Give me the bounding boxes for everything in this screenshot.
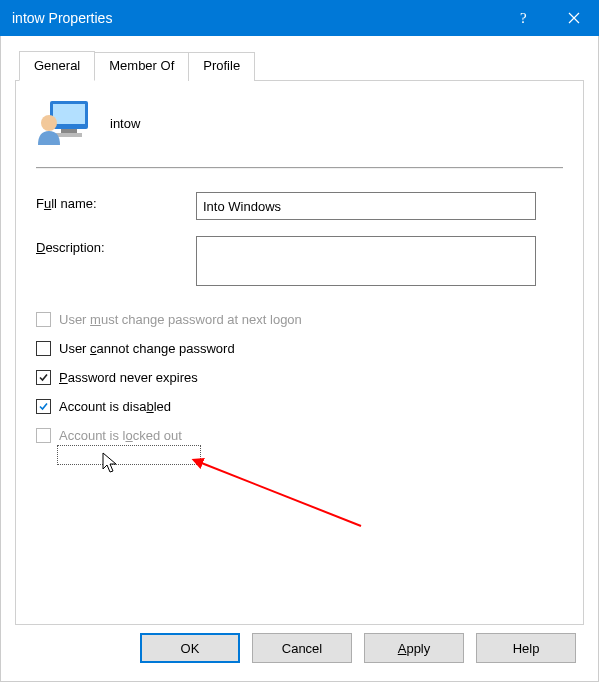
cancel-button[interactable]: Cancel [252, 633, 352, 663]
description-input[interactable] [196, 236, 536, 286]
user-header: intow [36, 99, 563, 147]
divider [36, 167, 563, 168]
titlebar: intow Properties ? [0, 0, 599, 36]
svg-text:?: ? [520, 10, 527, 26]
check-icon [38, 401, 49, 412]
fullname-input[interactable] [196, 192, 536, 220]
close-button[interactable] [549, 0, 599, 36]
help-button[interactable]: ? [499, 0, 549, 36]
svg-rect-4 [56, 133, 82, 137]
username-label: intow [110, 116, 140, 131]
account-disabled-row: Account is disabled [36, 399, 563, 414]
help-icon: ? [518, 10, 530, 26]
apply-button[interactable]: Apply [364, 633, 464, 663]
account-locked-checkbox [36, 428, 51, 443]
tab-member-of[interactable]: Member Of [94, 52, 189, 81]
check-icon [38, 372, 49, 383]
must-change-password-label: User must change password at next logon [59, 312, 302, 327]
password-never-expires-label: Password never expires [59, 370, 198, 385]
password-never-expires-checkbox[interactable] [36, 370, 51, 385]
account-locked-label: Account is locked out [59, 428, 182, 443]
dialog-content: General Member Of Profile intow Full nam… [0, 36, 599, 682]
close-icon [568, 12, 580, 24]
cannot-change-password-checkbox[interactable] [36, 341, 51, 356]
svg-point-5 [41, 115, 57, 131]
account-disabled-label: Account is disabled [59, 399, 171, 414]
account-locked-row: Account is locked out [36, 428, 563, 443]
password-never-expires-row: Password never expires [36, 370, 563, 385]
account-disabled-checkbox[interactable] [36, 399, 51, 414]
help-button-bottom[interactable]: Help [476, 633, 576, 663]
must-change-password-row: User must change password at next logon [36, 312, 563, 327]
dialog-buttons: OK Cancel Apply Help [140, 633, 576, 663]
window-title: intow Properties [12, 10, 499, 26]
must-change-password-checkbox [36, 312, 51, 327]
tab-page-general: intow Full name: Description: User must … [15, 80, 584, 625]
cannot-change-password-row: User cannot change password [36, 341, 563, 356]
svg-rect-2 [53, 104, 85, 124]
fullname-row: Full name: [36, 192, 563, 220]
description-label: Description: [36, 236, 196, 255]
ok-button[interactable]: OK [140, 633, 240, 663]
svg-rect-3 [61, 129, 77, 133]
checkbox-group: User must change password at next logon … [36, 312, 563, 443]
tab-profile[interactable]: Profile [188, 52, 255, 81]
tab-general[interactable]: General [19, 51, 95, 81]
cannot-change-password-label: User cannot change password [59, 341, 235, 356]
description-row: Description: [36, 236, 563, 286]
fullname-label: Full name: [36, 192, 196, 211]
user-icon [36, 99, 90, 147]
tab-strip: General Member Of Profile [1, 36, 598, 81]
